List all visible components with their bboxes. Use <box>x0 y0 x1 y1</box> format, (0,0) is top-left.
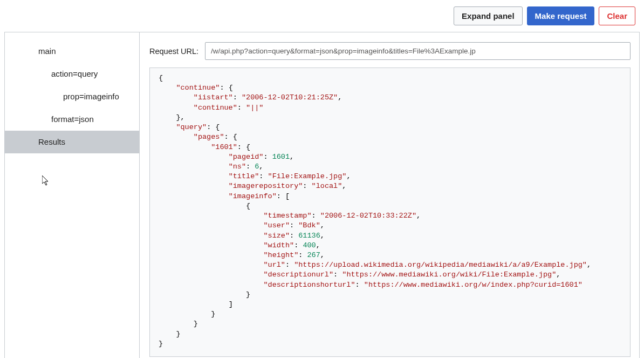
request-url-label: Request URL: <box>149 47 198 56</box>
sidebar-item-format[interactable]: format=json <box>5 108 139 131</box>
request-url-row: Request URL: <box>149 42 631 60</box>
expand-panel-button[interactable]: Expand panel <box>454 6 523 25</box>
main-content: Request URL: { "continue": { "iistart": … <box>140 32 639 358</box>
sidebar-item-results[interactable]: Results <box>5 131 139 153</box>
clear-button[interactable]: Clear <box>599 6 635 25</box>
sidebar-item-main[interactable]: main <box>5 40 139 63</box>
response-json[interactable]: { "continue": { "iistart": "2006-12-02T1… <box>159 73 622 349</box>
response-json-box: { "continue": { "iistart": "2006-12-02T1… <box>149 67 631 357</box>
make-request-button[interactable]: Make request <box>527 6 595 25</box>
sidebar-item-prop[interactable]: prop=imageinfo <box>5 85 139 108</box>
toolbar: Expand panel Make request Clear <box>0 0 644 32</box>
sidebar: main action=query prop=imageinfo format=… <box>5 32 140 358</box>
panel: main action=query prop=imageinfo format=… <box>4 32 640 358</box>
request-url-input[interactable] <box>205 42 631 60</box>
sidebar-item-action[interactable]: action=query <box>5 63 139 85</box>
